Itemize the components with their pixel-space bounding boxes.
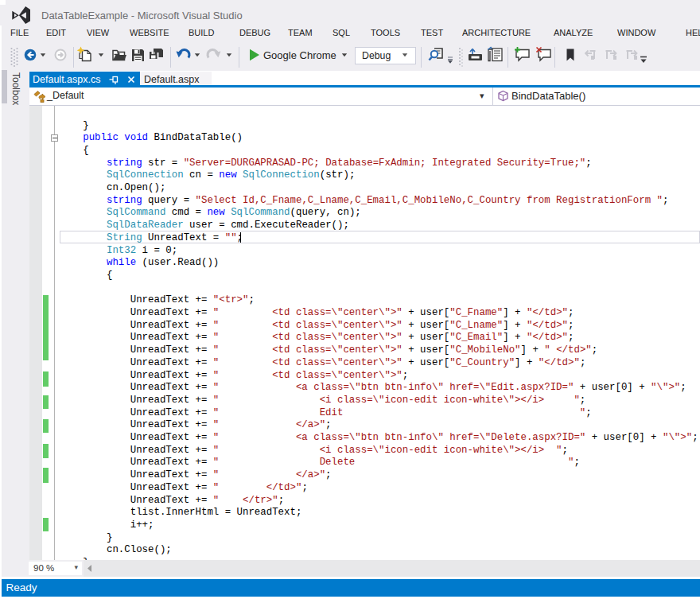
svg-text:Google Chrome: Google Chrome	[263, 49, 336, 61]
svg-text:Debug: Debug	[362, 50, 391, 61]
